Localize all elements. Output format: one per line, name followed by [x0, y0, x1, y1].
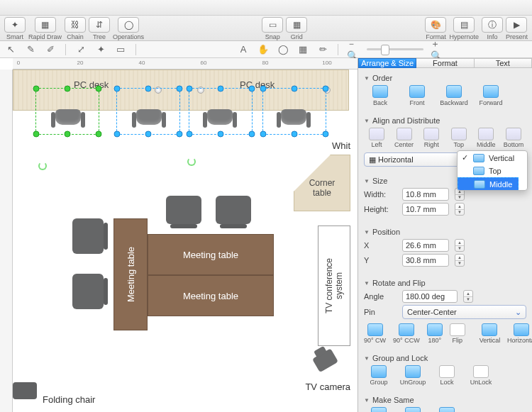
angle-input[interactable]: 180.00 deg — [402, 290, 458, 303]
order-front-button[interactable]: Front — [404, 85, 431, 106]
folding-chair[interactable] — [13, 382, 37, 399]
same-width-button[interactable]: Width — [401, 407, 425, 412]
section-order[interactable]: Order — [364, 74, 526, 82]
height-input[interactable]: 10.7 mm — [402, 203, 449, 216]
lock-button[interactable]: Lock — [435, 365, 459, 386]
tree-button[interactable]: ⇵Tree — [89, 17, 110, 40]
angle-stepper[interactable]: ▲▼ — [463, 290, 473, 303]
meeting-table-vertical[interactable]: Meeting table — [113, 218, 148, 330]
same-size-button[interactable]: Size — [367, 407, 391, 412]
flip-button[interactable]: Flip — [450, 323, 465, 344]
wand-tool-icon[interactable]: ✦ — [94, 43, 107, 56]
section-group[interactable]: Group and Lock — [364, 354, 526, 362]
canvas-area[interactable]: 0 20 40 60 80 100 PC desk PC desk — [0, 58, 358, 412]
spinner-icon — [38, 162, 47, 170]
menu-item-top[interactable]: Top — [458, 165, 527, 177]
meeting-table[interactable]: Meeting table — [148, 275, 274, 316]
meeting-chair[interactable] — [72, 218, 104, 254]
tv-conference-system[interactable]: TV conference system — [318, 226, 350, 346]
text-tool-icon[interactable]: A — [237, 43, 250, 56]
grid-button[interactable]: ▦Grid — [286, 17, 307, 40]
hypernote-button[interactable]: ▤Hypernote — [449, 17, 479, 40]
meeting-chair[interactable] — [72, 274, 104, 309]
pointer-tool-icon[interactable]: ↖ — [4, 43, 17, 56]
main-toolbar: ✦Smart ▦Rapid Draw ⛓Chain ⇵Tree ◯Operati… — [0, 16, 532, 41]
distribute-menu: ✓Vertical Top Middle Bottom — [457, 150, 528, 191]
group-button[interactable]: Group — [367, 365, 391, 386]
whiteboard-label: Whit — [332, 140, 350, 151]
flip-vertical-button[interactable]: Vertical — [480, 323, 501, 344]
corner-table[interactable]: Corner table — [294, 155, 350, 211]
snap-button[interactable]: ▭Snap — [262, 17, 283, 40]
rotate-180-button[interactable]: 180° — [427, 323, 443, 344]
pencil-tool-icon[interactable]: ✏ — [316, 43, 329, 56]
chain-button[interactable]: ⛓Chain — [65, 17, 86, 40]
folding-chair-label: Folding chair — [43, 394, 95, 405]
order-back-button[interactable]: Back — [367, 85, 394, 106]
section-make-same[interactable]: Make Same — [364, 396, 526, 404]
operations-button[interactable]: ◯Operations — [113, 17, 144, 40]
info-button[interactable]: ⓘInfo — [482, 17, 503, 40]
align-top-button[interactable]: Top — [448, 128, 470, 148]
ungroup-button[interactable]: UnGroup — [401, 365, 425, 386]
shape-tool-icon[interactable]: ◯ — [277, 43, 289, 56]
pin-combo[interactable]: Center-Center⌄ — [402, 305, 526, 319]
zoom-slider[interactable] — [367, 48, 423, 50]
spinner-icon — [187, 157, 196, 166]
ruler-horizontal: 0 20 40 60 80 100 — [13, 58, 358, 69]
height-stepper[interactable]: ▲▼ — [455, 203, 465, 216]
width-input[interactable]: 10.8 mm — [402, 188, 449, 201]
align-left-button[interactable]: Left — [365, 128, 388, 148]
x-stepper[interactable]: ▲▼ — [455, 239, 465, 252]
align-right-button[interactable]: Right — [420, 128, 443, 148]
y-input[interactable]: 30.8 mm — [402, 254, 449, 267]
resize-tool-icon[interactable]: ⤢ — [74, 43, 87, 56]
tab-arrange-size[interactable]: Arrange & Size — [358, 58, 416, 68]
selection[interactable] — [262, 88, 326, 135]
meeting-chair[interactable] — [166, 196, 201, 224]
y-stepper[interactable]: ▲▼ — [455, 254, 465, 267]
menu-item-middle[interactable]: Middle — [458, 177, 519, 191]
window-titlebar: Unsaved ConceptDraw DIAGRAM Document - F… — [0, 0, 532, 16]
hand-tool-icon[interactable]: ✋ — [257, 43, 270, 56]
zoom-in-icon[interactable]: ＋🔍 — [431, 43, 443, 56]
order-forward-button[interactable]: Forward — [477, 85, 504, 106]
unlock-button[interactable]: UnLock — [469, 365, 493, 386]
menu-item-vertical[interactable]: ✓Vertical — [458, 151, 527, 165]
align-center-button[interactable]: Center — [393, 128, 416, 148]
drawing-toolbar: ↖ ✎ ✐ ⤢ ✦ ▭ A ✋ ◯ ▦ ✏ －🔍 ＋🔍 — [0, 41, 532, 58]
meeting-table[interactable]: Meeting table — [148, 234, 274, 275]
swatch-tool-icon[interactable]: ▦ — [297, 43, 309, 56]
crop-tool-icon[interactable]: ▭ — [114, 43, 127, 56]
tv-camera-label: TV camera — [305, 382, 350, 392]
brush-tool-icon[interactable]: ✎ — [24, 43, 37, 56]
ruler-vertical — [0, 69, 13, 412]
selection[interactable] — [116, 88, 180, 135]
selection[interactable] — [35, 88, 99, 135]
flip-horizontal-button[interactable]: Horizontal — [507, 323, 532, 344]
meeting-chair[interactable] — [216, 196, 251, 224]
section-rotate[interactable]: Rotate and Flip — [364, 279, 526, 287]
zoom-out-icon[interactable]: －🔍 — [347, 43, 360, 56]
tv-camera[interactable] — [312, 348, 345, 384]
align-middle-button[interactable]: Middle — [475, 128, 497, 148]
x-input[interactable]: 26.6 mm — [402, 239, 449, 252]
dropper-tool-icon[interactable]: ✐ — [44, 43, 57, 56]
section-align[interactable]: Align and Distribute — [364, 116, 526, 125]
smart-button[interactable]: ✦Smart — [4, 17, 26, 40]
selection[interactable] — [189, 88, 253, 135]
inspector-panel: Arrange & Size Format Text Order Back Fr… — [358, 58, 532, 412]
rotate-cw-button[interactable]: 90° CW — [364, 323, 386, 344]
order-backward-button[interactable]: Backward — [440, 85, 467, 106]
present-button[interactable]: ▶Present — [506, 17, 528, 40]
tab-format[interactable]: Format — [416, 58, 474, 68]
section-position[interactable]: Position — [364, 228, 526, 236]
same-height-button[interactable]: Height — [435, 407, 459, 412]
align-bottom-button[interactable]: Bottom — [502, 128, 525, 148]
rapid-draw-button[interactable]: ▦Rapid Draw — [28, 17, 62, 40]
tab-text[interactable]: Text — [475, 58, 532, 68]
rotate-ccw-button[interactable]: 90° CCW — [393, 323, 420, 344]
